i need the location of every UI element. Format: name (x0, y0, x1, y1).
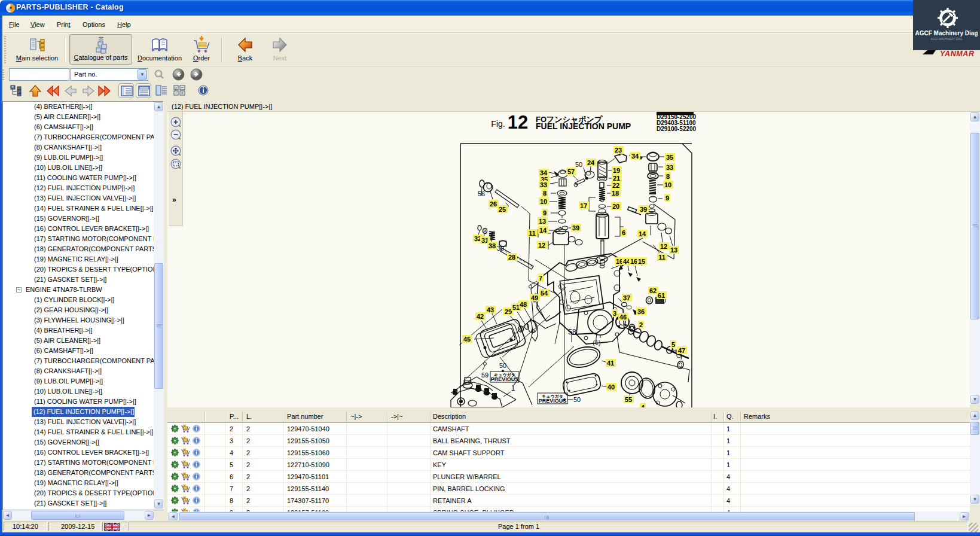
svg-text:21: 21 (613, 175, 620, 182)
svg-text:12: 12 (508, 112, 528, 133)
svg-text:D29100-52200: D29100-52200 (657, 126, 697, 132)
svg-text:16: 16 (630, 258, 637, 265)
svg-text:28: 28 (508, 254, 515, 261)
svg-text:49: 49 (531, 294, 538, 302)
svg-text:33: 33 (666, 164, 673, 171)
svg-text:9: 9 (665, 194, 669, 202)
svg-text:17: 17 (580, 202, 587, 209)
svg-text:23: 23 (615, 147, 622, 154)
svg-text:10: 10 (664, 181, 671, 188)
svg-text:PREVIOUS: PREVIOUS (539, 398, 567, 404)
svg-text:59: 59 (481, 371, 489, 379)
svg-text:25: 25 (499, 206, 506, 213)
svg-text:4: 4 (641, 404, 645, 407)
svg-text:40: 40 (607, 383, 615, 391)
svg-text:58: 58 (568, 328, 576, 336)
svg-text:14: 14 (539, 227, 547, 234)
svg-text:8: 8 (543, 190, 547, 197)
svg-text:15: 15 (638, 258, 645, 265)
svg-text:50: 50 (499, 362, 506, 369)
svg-text:8: 8 (666, 173, 670, 180)
svg-text:13: 13 (539, 218, 546, 225)
svg-text:9: 9 (543, 209, 547, 217)
svg-text:56: 56 (478, 190, 485, 197)
svg-text:20: 20 (612, 203, 619, 210)
svg-text:(1): (1) (593, 339, 600, 346)
svg-text:48: 48 (520, 301, 527, 308)
svg-text:29: 29 (505, 308, 512, 315)
svg-text:38: 38 (489, 242, 496, 249)
svg-text:FUEL INJECTION PUMP: FUEL INJECTION PUMP (536, 121, 631, 131)
svg-text:30: 30 (497, 245, 504, 252)
svg-text:42: 42 (477, 313, 484, 320)
svg-text:57: 57 (567, 168, 575, 175)
svg-text:50: 50 (575, 161, 582, 168)
svg-text:3: 3 (613, 310, 616, 317)
svg-text:55: 55 (625, 396, 632, 403)
svg-text:50: 50 (573, 396, 581, 403)
svg-text:39: 39 (640, 206, 647, 213)
svg-text:26: 26 (490, 200, 497, 208)
svg-text:41: 41 (607, 360, 614, 367)
svg-text:47: 47 (678, 347, 685, 354)
svg-text:12: 12 (660, 243, 667, 250)
svg-text:2: 2 (639, 321, 643, 328)
svg-text:7: 7 (539, 275, 542, 282)
svg-text:43: 43 (487, 306, 494, 313)
svg-text:22: 22 (612, 182, 619, 189)
svg-text:61: 61 (658, 292, 665, 299)
svg-text:54: 54 (541, 290, 548, 297)
svg-text:33: 33 (540, 181, 547, 188)
svg-text:14: 14 (639, 230, 646, 237)
svg-text:46: 46 (619, 313, 627, 321)
svg-text:24: 24 (587, 159, 595, 166)
svg-text:13: 13 (670, 246, 677, 254)
svg-text:62: 62 (649, 287, 657, 294)
svg-text:18: 18 (612, 190, 619, 197)
svg-text:YANMAR: YANMAR (940, 50, 975, 57)
svg-text:39: 39 (572, 224, 579, 232)
svg-text:34: 34 (631, 153, 639, 160)
svg-text:Fig.: Fig. (491, 119, 505, 129)
svg-text:10: 10 (540, 198, 547, 205)
svg-text:PREVIOUS: PREVIOUS (491, 376, 519, 382)
svg-text:45: 45 (463, 336, 471, 343)
svg-text:12: 12 (538, 242, 545, 249)
svg-text:11: 11 (529, 230, 536, 237)
svg-text:1: 1 (511, 384, 515, 392)
svg-text:37: 37 (623, 294, 630, 302)
svg-text:36: 36 (637, 308, 645, 315)
svg-text:11: 11 (658, 254, 665, 261)
svg-text:5: 5 (671, 341, 675, 348)
svg-text:19: 19 (613, 167, 620, 174)
svg-text:6: 6 (622, 229, 625, 236)
svg-text:35: 35 (666, 154, 673, 161)
